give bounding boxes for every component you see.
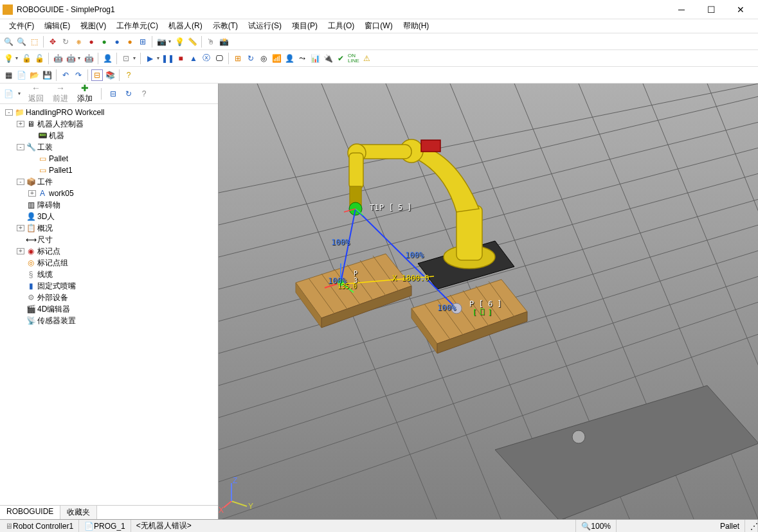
tree-item[interactable]: 🎬4D编辑器 <box>3 303 215 315</box>
tree-item[interactable]: +🖥机器人控制器 <box>3 118 215 130</box>
lock-icon[interactable]: 🔓 <box>21 53 32 64</box>
ruler-icon[interactable]: 📏 <box>186 36 198 48</box>
tree-expander[interactable]: + <box>28 190 36 197</box>
tree-expander[interactable]: + <box>17 225 24 231</box>
eject-icon[interactable]: ▲ <box>188 53 199 64</box>
camera-icon[interactable]: 📷 <box>156 36 167 48</box>
menu-help[interactable]: 帮助(H) <box>398 19 435 33</box>
zoom-icon[interactable]: 🔍 <box>15 36 27 48</box>
unlock-icon[interactable]: 🔓 <box>33 53 45 64</box>
new-item-icon[interactable]: 📄 <box>3 88 14 100</box>
person-icon[interactable]: 👤 <box>102 53 113 64</box>
tree-root[interactable]: -📁 HandlingPRO Workcell <box>3 107 215 118</box>
menu-view[interactable]: 视图(V) <box>75 19 111 33</box>
grid-icon[interactable]: ▦ <box>3 69 14 81</box>
menu-window[interactable]: 窗口(W) <box>359 19 397 33</box>
menu-project[interactable]: 项目(P) <box>287 19 323 33</box>
io-icon[interactable]: 🔌 <box>322 53 334 64</box>
online-icon[interactable]: ONLINE <box>348 53 359 64</box>
tab-favorites[interactable]: 收藏夹 <box>60 506 97 519</box>
tree-item[interactable]: 📡传感器装置 <box>3 315 215 326</box>
status-resize-grip[interactable]: ⋰ <box>745 520 758 532</box>
chart-icon[interactable]: 📊 <box>309 53 321 64</box>
workcell-tree[interactable]: -📁 HandlingPRO Workcell +🖥机器人控制器📟机器-🔧工装▭… <box>0 104 218 505</box>
add-button[interactable]: ✚添加 <box>75 83 95 104</box>
play-icon[interactable]: ▶ <box>144 53 156 64</box>
tree-item[interactable]: ▮固定式喷嘴 <box>3 280 215 292</box>
axis-y-icon[interactable]: ● <box>98 36 110 48</box>
back-button[interactable]: ←返回 <box>26 83 46 104</box>
tree-item[interactable]: +Awork05 <box>3 188 215 199</box>
user-icon[interactable]: 👤 <box>284 53 295 64</box>
cancel-icon[interactable]: ⓧ <box>201 53 212 64</box>
axis-z-icon[interactable]: ● <box>111 36 123 48</box>
group-icon[interactable]: ⊞ <box>232 53 244 64</box>
robot2-icon[interactable]: 🤖 <box>65 53 77 64</box>
tree-item[interactable]: ⚙外部设备 <box>3 292 215 303</box>
check-icon[interactable]: ✔ <box>335 53 347 64</box>
tree-item[interactable]: ▭Pallet <box>3 153 215 164</box>
tree-item[interactable]: -📦工件 <box>3 176 215 188</box>
robot3-icon[interactable]: 🤖 <box>83 53 95 64</box>
axis-all-icon[interactable]: ● <box>124 36 136 48</box>
tree-item[interactable]: +◉标记点 <box>3 245 215 257</box>
close-button[interactable]: ✕ <box>726 0 755 19</box>
tree-item[interactable]: ⟷尺寸 <box>3 234 215 245</box>
rotate-icon[interactable]: ↻ <box>60 36 71 48</box>
tree-item[interactable]: ▭Pallet1 <box>3 164 215 176</box>
status-program[interactable]: 📄 PROG_1 <box>79 520 131 532</box>
tree-expander[interactable]: + <box>17 248 24 254</box>
zoom-fit-icon[interactable]: 🔍 <box>3 36 14 48</box>
3d-viewport[interactable]: Y X Z T1 P [ 5 ] 100% 100% 100% 100% X 1… <box>219 84 758 519</box>
tree-item[interactable]: 📟机器 <box>3 130 215 141</box>
screen-icon[interactable]: 🖵 <box>213 53 225 64</box>
warn-icon[interactable]: ⚠ <box>361 53 372 64</box>
library-icon[interactable]: 📚 <box>104 69 116 81</box>
menu-robot[interactable]: 机器人(R) <box>163 19 208 33</box>
minimize-button[interactable]: ─ <box>667 0 696 19</box>
pause-icon[interactable]: ❚❚ <box>162 53 174 64</box>
stop-icon[interactable]: ■ <box>175 53 186 64</box>
forward-button[interactable]: →前进 <box>50 83 71 104</box>
tree-item[interactable]: +📋概况 <box>3 222 215 234</box>
help-icon[interactable]: ? <box>123 69 134 81</box>
menu-edit[interactable]: 编辑(E) <box>39 19 75 33</box>
axis-multi-icon[interactable]: ⊞ <box>137 36 149 48</box>
tree-expander[interactable]: + <box>17 121 24 127</box>
menu-testrun[interactable]: 试运行(S) <box>243 19 287 33</box>
maximize-button[interactable]: ☐ <box>696 0 726 19</box>
tree-toggle-icon[interactable]: ⊟ <box>91 69 103 81</box>
snapshot-icon[interactable]: 📸 <box>218 36 230 48</box>
light-icon[interactable]: 💡 <box>174 36 185 48</box>
undo-icon[interactable]: ↶ <box>60 69 71 81</box>
status-zoom[interactable]: 🔍 100% <box>576 520 617 532</box>
tree-expander[interactable]: - <box>17 179 24 185</box>
list-icon[interactable]: ⊟ <box>107 88 119 100</box>
zoom-region-icon[interactable]: ⬚ <box>28 36 40 48</box>
light-on-icon[interactable]: 💡 <box>3 53 14 64</box>
info-icon[interactable]: ? <box>138 88 150 100</box>
axis-x-icon[interactable]: ● <box>86 36 97 48</box>
refresh-icon[interactable]: ↻ <box>123 88 134 100</box>
redo-icon[interactable]: ↷ <box>73 69 84 81</box>
menu-teach[interactable]: 示教(T) <box>208 19 243 33</box>
menu-tools[interactable]: 工具(O) <box>323 19 359 33</box>
save-icon[interactable]: 💾 <box>41 69 53 81</box>
tree-item[interactable]: ◎标记点组 <box>3 257 215 269</box>
tree-item[interactable]: ▥障碍物 <box>3 199 215 211</box>
robot1-icon[interactable]: 🤖 <box>52 53 64 64</box>
target-icon[interactable]: ◎ <box>258 53 269 64</box>
tree-item[interactable]: 👤3D人 <box>3 211 215 222</box>
tree-expander[interactable]: - <box>17 144 24 150</box>
mouse-icon[interactable]: 🖱 <box>205 36 217 48</box>
path-icon[interactable]: ⤳ <box>296 53 308 64</box>
menu-workcell[interactable]: 工作单元(C) <box>111 19 163 33</box>
status-controller[interactable]: 🖥 Robot Controller1 <box>0 520 79 532</box>
move-icon[interactable]: ✥ <box>47 36 59 48</box>
tab-roboguide[interactable]: ROBOGUIDE <box>0 506 60 519</box>
sync-icon[interactable]: ↻ <box>245 53 257 64</box>
tree-item[interactable]: -🔧工装 <box>3 141 215 153</box>
signal-icon[interactable]: 📶 <box>271 53 282 64</box>
doc-icon[interactable]: 📄 <box>15 69 27 81</box>
menu-file[interactable]: 文件(F) <box>4 19 39 33</box>
